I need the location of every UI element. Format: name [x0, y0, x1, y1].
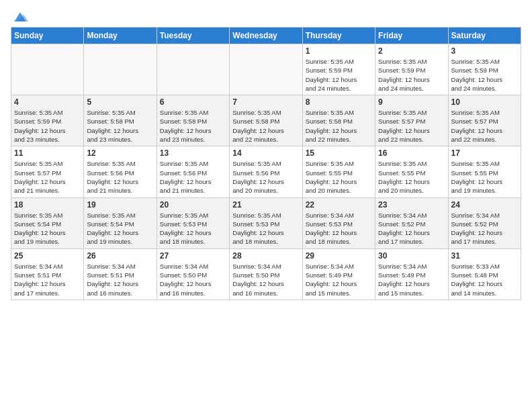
column-header-sunday: Sunday — [11, 28, 84, 44]
calendar-week-row: 18Sunrise: 5:35 AMSunset: 5:54 PMDayligh… — [11, 197, 521, 248]
calendar-day-5: 5Sunrise: 5:35 AMSunset: 5:58 PMDaylight… — [84, 95, 157, 146]
calendar-day-8: 8Sunrise: 5:35 AMSunset: 5:58 PMDaylight… — [302, 95, 375, 146]
day-info: Sunrise: 5:35 AMSunset: 5:59 PMDaylight:… — [14, 108, 81, 144]
empty-day — [11, 44, 84, 95]
day-number: 8 — [306, 97, 372, 107]
day-info: Sunrise: 5:35 AMSunset: 5:59 PMDaylight:… — [306, 57, 372, 93]
day-number: 28 — [232, 251, 299, 261]
day-info: Sunrise: 5:35 AMSunset: 5:58 PMDaylight:… — [160, 108, 226, 144]
calendar-day-1: 1Sunrise: 5:35 AMSunset: 5:59 PMDaylight… — [302, 44, 375, 95]
day-number: 21 — [232, 200, 299, 210]
column-header-friday: Friday — [375, 28, 448, 44]
day-info: Sunrise: 5:35 AMSunset: 5:54 PMDaylight:… — [14, 211, 81, 246]
calendar-day-24: 24Sunrise: 5:34 AMSunset: 5:52 PMDayligh… — [448, 197, 521, 248]
day-info: Sunrise: 5:35 AMSunset: 5:53 PMDaylight:… — [232, 211, 299, 246]
calendar-day-28: 28Sunrise: 5:34 AMSunset: 5:50 PMDayligh… — [230, 248, 302, 300]
day-number: 6 — [160, 97, 226, 107]
day-number: 31 — [451, 251, 518, 261]
calendar-day-14: 14Sunrise: 5:35 AMSunset: 5:56 PMDayligh… — [230, 146, 302, 197]
calendar-day-16: 16Sunrise: 5:35 AMSunset: 5:55 PMDayligh… — [375, 146, 448, 197]
day-number: 13 — [160, 148, 226, 158]
day-info: Sunrise: 5:34 AMSunset: 5:51 PMDaylight:… — [14, 262, 81, 298]
day-number: 11 — [14, 148, 81, 158]
day-info: Sunrise: 5:35 AMSunset: 5:58 PMDaylight:… — [87, 108, 153, 144]
calendar-week-row: 11Sunrise: 5:35 AMSunset: 5:57 PMDayligh… — [11, 146, 521, 197]
day-number: 16 — [378, 148, 445, 158]
day-number: 23 — [378, 200, 445, 210]
day-number: 27 — [160, 251, 226, 261]
day-number: 4 — [14, 97, 81, 107]
calendar-week-row: 4Sunrise: 5:35 AMSunset: 5:59 PMDaylight… — [11, 95, 521, 146]
day-info: Sunrise: 5:34 AMSunset: 5:53 PMDaylight:… — [306, 211, 372, 246]
calendar-day-21: 21Sunrise: 5:35 AMSunset: 5:53 PMDayligh… — [230, 197, 302, 248]
day-info: Sunrise: 5:34 AMSunset: 5:49 PMDaylight:… — [378, 262, 445, 298]
calendar-table: SundayMondayTuesdayWednesdayThursdayFrid… — [11, 27, 521, 300]
day-info: Sunrise: 5:34 AMSunset: 5:49 PMDaylight:… — [306, 262, 372, 298]
day-info: Sunrise: 5:35 AMSunset: 5:58 PMDaylight:… — [306, 108, 372, 144]
day-info: Sunrise: 5:35 AMSunset: 5:57 PMDaylight:… — [378, 108, 445, 144]
calendar-week-row: 25Sunrise: 5:34 AMSunset: 5:51 PMDayligh… — [11, 248, 521, 300]
day-info: Sunrise: 5:35 AMSunset: 5:55 PMDaylight:… — [306, 159, 372, 195]
calendar-day-19: 19Sunrise: 5:35 AMSunset: 5:54 PMDayligh… — [84, 197, 157, 248]
calendar-day-6: 6Sunrise: 5:35 AMSunset: 5:58 PMDaylight… — [157, 95, 229, 146]
day-info: Sunrise: 5:35 AMSunset: 5:57 PMDaylight:… — [14, 159, 81, 195]
day-number: 5 — [87, 97, 153, 107]
day-number: 15 — [306, 148, 372, 158]
column-header-tuesday: Tuesday — [157, 28, 229, 44]
day-info: Sunrise: 5:34 AMSunset: 5:52 PMDaylight:… — [378, 211, 445, 246]
column-header-wednesday: Wednesday — [230, 28, 302, 44]
day-info: Sunrise: 5:33 AMSunset: 5:48 PMDaylight:… — [451, 262, 518, 298]
day-number: 18 — [14, 200, 81, 210]
column-header-saturday: Saturday — [448, 28, 521, 44]
day-number: 20 — [160, 200, 226, 210]
calendar-day-10: 10Sunrise: 5:35 AMSunset: 5:57 PMDayligh… — [448, 95, 521, 146]
logo-icon — [12, 11, 28, 24]
day-number: 3 — [451, 46, 518, 56]
day-info: Sunrise: 5:35 AMSunset: 5:54 PMDaylight:… — [87, 211, 153, 246]
calendar-day-7: 7Sunrise: 5:35 AMSunset: 5:58 PMDaylight… — [230, 95, 302, 146]
day-number: 26 — [87, 251, 153, 261]
day-info: Sunrise: 5:34 AMSunset: 5:50 PMDaylight:… — [232, 262, 299, 298]
day-number: 24 — [451, 200, 518, 210]
header-row: SundayMondayTuesdayWednesdayThursdayFrid… — [11, 28, 521, 44]
day-number: 14 — [232, 148, 299, 158]
day-number: 7 — [232, 97, 299, 107]
day-number: 30 — [378, 251, 445, 261]
calendar-day-27: 27Sunrise: 5:34 AMSunset: 5:50 PMDayligh… — [157, 248, 229, 300]
day-number: 10 — [451, 97, 518, 107]
day-info: Sunrise: 5:34 AMSunset: 5:52 PMDaylight:… — [451, 211, 518, 246]
day-number: 1 — [306, 46, 372, 56]
calendar-day-25: 25Sunrise: 5:34 AMSunset: 5:51 PMDayligh… — [11, 248, 84, 300]
calendar-day-9: 9Sunrise: 5:35 AMSunset: 5:57 PMDaylight… — [375, 95, 448, 146]
day-info: Sunrise: 5:35 AMSunset: 5:58 PMDaylight:… — [232, 108, 299, 144]
calendar-day-20: 20Sunrise: 5:35 AMSunset: 5:53 PMDayligh… — [157, 197, 229, 248]
day-info: Sunrise: 5:34 AMSunset: 5:51 PMDaylight:… — [87, 262, 153, 298]
column-header-monday: Monday — [84, 28, 157, 44]
day-info: Sunrise: 5:35 AMSunset: 5:55 PMDaylight:… — [378, 159, 445, 195]
day-number: 22 — [306, 200, 372, 210]
day-number: 17 — [451, 148, 518, 158]
day-info: Sunrise: 5:35 AMSunset: 5:56 PMDaylight:… — [232, 159, 299, 195]
empty-day — [84, 44, 157, 95]
day-number: 25 — [14, 251, 81, 261]
day-number: 19 — [87, 200, 153, 210]
calendar-day-11: 11Sunrise: 5:35 AMSunset: 5:57 PMDayligh… — [11, 146, 84, 197]
calendar-day-29: 29Sunrise: 5:34 AMSunset: 5:49 PMDayligh… — [302, 248, 375, 300]
day-info: Sunrise: 5:35 AMSunset: 5:59 PMDaylight:… — [378, 57, 445, 93]
column-header-thursday: Thursday — [302, 28, 375, 44]
calendar-day-17: 17Sunrise: 5:35 AMSunset: 5:55 PMDayligh… — [448, 146, 521, 197]
calendar-day-12: 12Sunrise: 5:35 AMSunset: 5:56 PMDayligh… — [84, 146, 157, 197]
empty-day — [230, 44, 302, 95]
calendar-week-row: 1Sunrise: 5:35 AMSunset: 5:59 PMDaylight… — [11, 44, 521, 95]
calendar-day-3: 3Sunrise: 5:35 AMSunset: 5:59 PMDaylight… — [448, 44, 521, 95]
day-number: 29 — [306, 251, 372, 261]
day-info: Sunrise: 5:35 AMSunset: 5:59 PMDaylight:… — [451, 57, 518, 93]
day-info: Sunrise: 5:35 AMSunset: 5:57 PMDaylight:… — [451, 108, 518, 144]
logo — [11, 11, 28, 21]
empty-day — [157, 44, 229, 95]
day-info: Sunrise: 5:35 AMSunset: 5:56 PMDaylight:… — [160, 159, 226, 195]
calendar-day-26: 26Sunrise: 5:34 AMSunset: 5:51 PMDayligh… — [84, 248, 157, 300]
day-number: 2 — [378, 46, 445, 56]
calendar-day-30: 30Sunrise: 5:34 AMSunset: 5:49 PMDayligh… — [375, 248, 448, 300]
calendar-day-15: 15Sunrise: 5:35 AMSunset: 5:55 PMDayligh… — [302, 146, 375, 197]
